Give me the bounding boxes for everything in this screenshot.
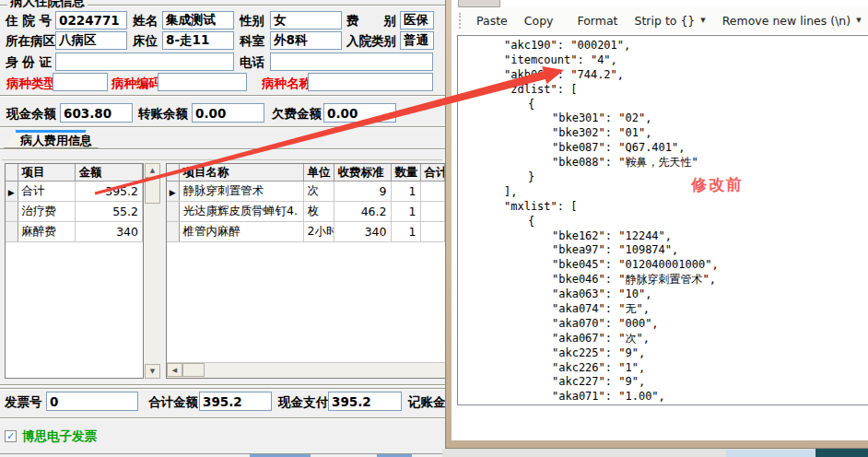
cell-amount[interactable]: 340 [75, 222, 143, 242]
fee-type-field[interactable] [400, 11, 434, 29]
tab-patient-fees[interactable]: 病人费用信息 [4, 130, 100, 148]
copy-button[interactable]: Copy [516, 14, 562, 28]
format-button[interactable]: Format [569, 14, 626, 28]
json-line: "bke046": "静脉穿刺置管术", [458, 273, 868, 287]
admit-type-field[interactable] [400, 31, 434, 50]
cell-unit[interactable]: 次 [303, 182, 334, 202]
disease-code-field[interactable] [158, 73, 247, 91]
json-line: "aka070": "000", [458, 317, 868, 332]
disease-code-label: 病种编码 [111, 76, 161, 92]
cash-balance-label: 现金余额 [6, 106, 56, 123]
json-line: ], [458, 185, 868, 200]
col-header-total[interactable]: 合计 [420, 164, 445, 182]
separator [0, 126, 452, 128]
col-header-standard[interactable]: 收费标准 [334, 164, 391, 182]
json-line: "aka074": "无", [458, 302, 868, 317]
current-row-icon: ▶ [170, 188, 176, 197]
transfer-balance-field[interactable] [192, 103, 264, 123]
cell-total[interactable] [420, 222, 445, 242]
cell-total[interactable] [420, 202, 445, 222]
cell-standard[interactable]: 46.2 [334, 202, 391, 222]
paste-button[interactable]: Paste [468, 14, 516, 28]
cell-qty[interactable]: 1 [391, 182, 420, 202]
col-header-item-name[interactable]: 项目名称 [179, 164, 303, 182]
cell-unit[interactable]: 枚 [303, 202, 334, 222]
fee-summary-table: 项目 金额 ▶ 合计 395.2 治疗费 55.2 麻醉费 340 [5, 163, 144, 379]
invoice-no-field[interactable] [46, 392, 138, 411]
json-line: "aka067": "次", [458, 332, 868, 346]
cell-item-name[interactable]: 静脉穿刺置管术 [179, 182, 303, 202]
cell-item[interactable]: 麻醉费 [18, 222, 75, 242]
marker-column-header[interactable] [167, 164, 179, 182]
detail-table-hscrollbar[interactable]: ◀ [167, 362, 445, 378]
cell-amount[interactable]: 55.2 [75, 202, 143, 222]
col-header-qty[interactable]: 数量 [391, 164, 420, 182]
window-top-fragment [458, 0, 500, 7]
cell-total[interactable] [420, 182, 445, 202]
json-line: "itemcount": "4", [458, 53, 868, 68]
remove-newlines-dropdown[interactable]: Remove new lines (\n)▼ [714, 14, 868, 28]
scroll-left-button[interactable]: ◀ [167, 363, 182, 377]
ward-label: 所在病区 [6, 33, 55, 50]
json-line: "aka063": "10", [458, 287, 868, 302]
toolbar-grip-handle[interactable] [459, 13, 461, 29]
gender-field[interactable] [270, 11, 342, 29]
admission-no-field[interactable] [55, 11, 127, 29]
admission-no-label: 住 院 号 [6, 13, 52, 29]
dept-field[interactable] [270, 31, 342, 50]
summary-table-vscrollbar[interactable]: ▲ ▼ [145, 163, 160, 379]
tab-label: 病人费用信息 [20, 133, 92, 149]
ward-field[interactable] [55, 31, 127, 50]
name-field[interactable] [162, 11, 234, 29]
disease-name-label: 病种名称 [262, 76, 311, 92]
annotation-before-label: 修改前 [691, 174, 744, 195]
arrears-field[interactable] [323, 103, 396, 123]
cell-item-name[interactable]: 光达康辉皮质骨蝉钉4. [179, 202, 303, 222]
invoice-total-label: 合计金额 [148, 394, 198, 411]
cell-item[interactable]: 合计 [18, 182, 75, 202]
table-row: 光达康辉皮质骨蝉钉4. 枚 46.2 1 [167, 202, 445, 222]
disease-type-field[interactable] [53, 73, 108, 91]
cell-unit[interactable]: 2小时 [303, 222, 334, 242]
json-line: "bke302": "01", [458, 126, 868, 141]
json-line: "bke088": "鞍鼻，先天性" [458, 156, 868, 170]
col-header-unit[interactable]: 单位 [303, 164, 334, 182]
cell-qty[interactable]: 1 [391, 222, 420, 242]
cell-standard[interactable]: 9 [334, 182, 391, 202]
table-row: 椎管内麻醉 2小时 340 1 [167, 222, 445, 242]
down-arrow-icon: ▼ [150, 368, 155, 375]
table-row: 治疗费 55.2 [6, 202, 143, 222]
col-header-amount[interactable]: 金额 [75, 164, 143, 182]
screen: 病人住院信息 住 院 号 姓名 性别 费 别 所在病区 床位 科室 入院类别 身… [0, 0, 868, 457]
scrollbar-thumb[interactable] [145, 178, 160, 204]
cell-item-name[interactable]: 椎管内麻醉 [179, 222, 303, 242]
disease-type-label: 病种类型 [6, 76, 56, 92]
cell-qty[interactable]: 1 [391, 202, 420, 222]
chevron-down-icon: ▼ [856, 17, 861, 24]
json-text-editor[interactable]: "akc190": "000201","itemcount": "4","akb… [457, 35, 868, 405]
disease-name-field[interactable] [308, 73, 433, 91]
remove-newlines-label: Remove new lines (\n) [722, 14, 850, 28]
cell-standard[interactable]: 340 [334, 222, 391, 242]
cash-balance-field[interactable] [60, 103, 133, 123]
cell-amount[interactable]: 395.2 [75, 182, 143, 202]
cash-pay-label: 现金支付 [278, 394, 328, 411]
scroll-up-button[interactable]: ▲ [145, 163, 160, 178]
col-header-item[interactable]: 项目 [18, 164, 75, 182]
phone-field[interactable] [270, 53, 433, 71]
json-viewer-client: Paste Copy Format Strip to {}▼ Remove ne… [452, 0, 868, 440]
cash-pay-field[interactable] [328, 392, 402, 411]
bed-field[interactable] [162, 31, 234, 50]
invoice-total-field[interactable] [199, 392, 272, 411]
einvoice-checkbox[interactable]: ✓ [5, 430, 17, 442]
scroll-down-button[interactable]: ▼ [145, 364, 160, 379]
current-row-icon: ▶ [8, 188, 15, 197]
id-card-field[interactable] [55, 53, 234, 71]
json-line: { [458, 215, 868, 229]
scrollbar-thumb[interactable] [182, 363, 205, 377]
marker-column-header[interactable] [6, 164, 18, 182]
phone-label: 电话 [240, 54, 264, 71]
cell-item[interactable]: 治疗费 [18, 202, 75, 222]
strip-dropdown[interactable]: Strip to {}▼ [627, 14, 714, 28]
json-line: "bke301": "02", [458, 111, 868, 126]
